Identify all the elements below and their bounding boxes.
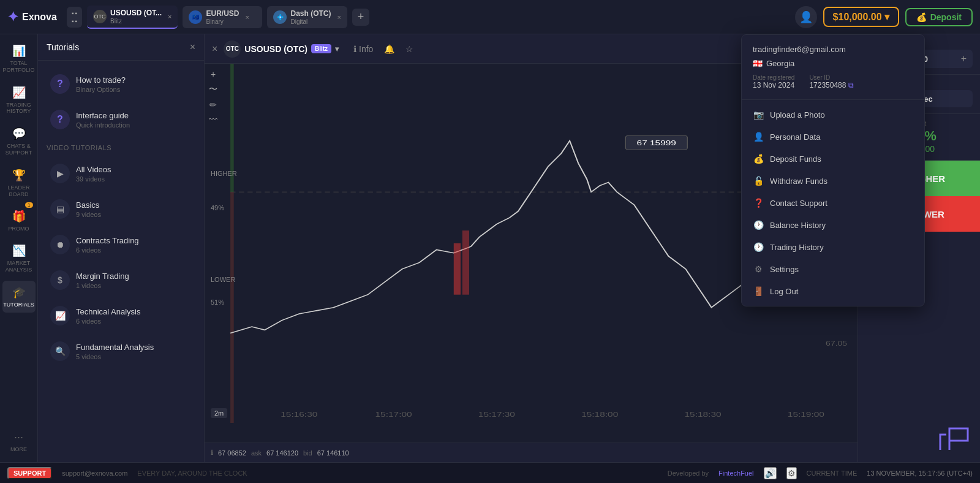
sidebar-label-market-analysis: MARKETANALYSIS	[6, 260, 32, 273]
tab-icon-usousd: OTC	[93, 10, 107, 23]
chart-wave-button[interactable]: 〰	[207, 113, 219, 126]
left-sidebar: 📊 TOTALPORTFOLIO 📈 TRADINGHISTORY 💬 CHAT…	[0, 34, 38, 462]
sidebar-item-market-analysis[interactable]: 📉 MARKETANALYSIS	[2, 239, 36, 278]
tab-dash[interactable]: 💠 Dash (OTC) Digital ×	[267, 6, 347, 28]
tab-eurusd[interactable]: 🇪🇺 EUR/USD Binary ×	[183, 6, 262, 28]
tutorial-item-fundamental-analysis[interactable]: 🔍 Fundamental Analysis 5 videos	[42, 334, 200, 368]
date-registered-label: Date registered	[753, 74, 794, 81]
trading-history-icon: 📈	[12, 86, 26, 99]
current-time-value: 13 NOVEMBER, 15:17:56 (UTC+4)	[867, 470, 973, 477]
bottom-settings-button[interactable]: ⚙	[786, 467, 797, 479]
menu-item-upload-photo[interactable]: 📷 Upload a Photo	[742, 104, 924, 126]
tut-info-interface-guide: Interface guide Quick introduction	[76, 111, 192, 129]
tutorial-item-technical-analysis[interactable]: 📈 Technical Analysis 6 videos	[42, 299, 200, 333]
avatar-button[interactable]: 👤	[795, 6, 817, 28]
menu-item-deposit-funds[interactable]: 💰 Deposit Funds	[742, 148, 924, 170]
sidebar-item-tutorials[interactable]: 🎓 TUTORIALS	[2, 281, 36, 313]
profile-country: 🇬🇪 Georgia	[753, 59, 913, 68]
fintech-label: FintechFuel	[718, 470, 753, 477]
chart-toolbar: ℹ Info 🔔 ☆	[350, 42, 417, 56]
personal-data-label: Personal Data	[770, 132, 820, 142]
date-registered-value: 13 Nov 2024	[753, 81, 794, 89]
tut-title-how-to-trade: How to trade?	[76, 75, 192, 85]
tutorial-item-how-to-trade[interactable]: ? How to trade? Binary Options	[42, 67, 200, 101]
tut-icon-all-videos: ▶	[50, 164, 70, 183]
user-id-label: User ID	[809, 74, 854, 81]
chart-symbol-icon: OTC	[224, 40, 241, 58]
sidebar-item-leaderboard[interactable]: 🏆 LEADERBOARD	[2, 164, 36, 203]
chart-pencil-button[interactable]: ✏	[208, 98, 219, 112]
chart-bell-button[interactable]: 🔔	[380, 42, 398, 56]
balance-history-icon: 🕐	[753, 220, 764, 230]
profile-user-id: User ID 172350488 ⧉	[809, 74, 854, 89]
tut-icon-interface-guide: ?	[50, 110, 70, 129]
menu-item-settings[interactable]: ⚙ Settings	[742, 258, 924, 280]
amount-plus[interactable]: +	[961, 53, 967, 64]
copy-userid-button[interactable]: ⧉	[848, 81, 854, 89]
tut-info-margin-trading: Margin Trading 1 videos	[76, 272, 192, 289]
brand-logo-icon	[937, 425, 974, 456]
tutorials-close-button[interactable]: ×	[190, 42, 195, 53]
chart-close-button[interactable]: ×	[212, 44, 217, 55]
menu-item-log-out[interactable]: 🚪 Log Out	[742, 280, 924, 302]
tutorial-item-contracts-trading[interactable]: ⏺ Contracts Trading 6 videos	[42, 227, 200, 262]
tut-title-contracts-trading: Contracts Trading	[76, 236, 192, 245]
upload-photo-icon: 📷	[753, 110, 764, 120]
tut-icon-margin-trading: $	[50, 270, 70, 290]
support-button[interactable]: SUPPORT	[7, 467, 52, 479]
tutorial-item-all-videos[interactable]: ▶ All Videos 39 videos	[42, 156, 200, 191]
menu-item-contact-support[interactable]: ❓ Contact Support	[742, 192, 924, 214]
menu-item-withdraw-funds[interactable]: 🔓 Withdraw Funds	[742, 170, 924, 192]
sidebar-item-more[interactable]: ··· MORE	[2, 426, 36, 457]
portfolio-icon: 📊	[12, 44, 26, 58]
deposit-button[interactable]: 💰 Deposit	[905, 8, 973, 26]
sidebar-label-chats: CHATS &SUPPORT	[6, 143, 32, 156]
sidebar-item-total-portfolio[interactable]: 📊 TOTALPORTFOLIO	[2, 39, 36, 78]
tutorial-item-margin-trading[interactable]: $ Margin Trading 1 videos	[42, 263, 200, 297]
country-name: Georgia	[766, 59, 794, 68]
chart-ask-label: ask	[251, 449, 262, 457]
menu-item-balance-history[interactable]: 🕐 Balance History	[742, 214, 924, 236]
app-logo: ✦ Exnova	[7, 9, 57, 25]
tab3-close[interactable]: ×	[337, 13, 341, 21]
menu-item-trading-history[interactable]: 🕐 Trading History	[742, 236, 924, 258]
chart-zoom-in-button[interactable]: +	[209, 67, 217, 81]
tut-icon-technical-analysis: 📈	[50, 306, 70, 325]
tut-sub-fundamental-analysis: 5 videos	[76, 353, 192, 360]
tutorial-item-interface-guide[interactable]: ? Interface guide Quick introduction	[42, 102, 200, 137]
chart-timeframe[interactable]: 2m	[211, 408, 227, 418]
sidebar-item-trading-history[interactable]: 📈 TRADINGHISTORY	[2, 81, 36, 120]
sidebar-label-promo: PROMO	[8, 226, 29, 232]
tut-info-how-to-trade: How to trade? Binary Options	[76, 75, 192, 93]
balance-button[interactable]: $10,000.00 ▾	[823, 7, 899, 27]
chart-bid-value: 67 146110	[317, 449, 349, 457]
sidebar-item-chats[interactable]: 💬 CHATS &SUPPORT	[2, 122, 36, 161]
svg-text:67 15999: 67 15999	[637, 139, 676, 147]
tab1-close[interactable]: ×	[168, 13, 172, 20]
svg-text:15:18:30: 15:18:30	[684, 410, 722, 418]
chart-symbol[interactable]: OTC USOUSD (OTC) Blitz ▾	[224, 40, 339, 58]
tut-info-basics: Basics 9 videos	[76, 200, 192, 218]
deposit-funds-icon: 💰	[753, 154, 764, 164]
view-toggle-button[interactable]: ▪▪▪▪	[67, 7, 82, 28]
add-tab-button[interactable]: +	[352, 9, 369, 26]
tut-info-fundamental-analysis: Fundamental Analysis 5 videos	[76, 343, 192, 360]
sidebar-item-promo-wrap: 🎁 PROMO 1	[2, 205, 36, 237]
sidebar-item-promo[interactable]: 🎁 PROMO 1	[2, 205, 36, 237]
chart-line-type-button[interactable]: 〜	[207, 82, 219, 97]
tut-title-interface-guide: Interface guide	[76, 111, 192, 120]
rp-bottom-logo	[858, 419, 980, 462]
chart-info-button[interactable]: ℹ Info	[350, 42, 377, 56]
log-out-icon: 🚪	[753, 286, 764, 296]
promo-badge: 1	[25, 202, 32, 208]
tut-sub-interface-guide: Quick introduction	[76, 121, 192, 129]
menu-item-personal-data[interactable]: 👤 Personal Data	[742, 126, 924, 148]
chart-star-button[interactable]: ☆	[402, 42, 417, 56]
tab-usousd[interactable]: OTC USOUSD (OT... Blitz ×	[87, 6, 178, 29]
profile-meta: Date registered 13 Nov 2024 User ID 1723…	[753, 74, 913, 89]
chart-info-icon: ℹ	[211, 449, 213, 457]
sound-button[interactable]: 🔊	[764, 467, 777, 479]
deposit-funds-label: Deposit Funds	[770, 154, 821, 164]
tab2-close[interactable]: ×	[245, 13, 249, 21]
tutorial-item-basics[interactable]: ▤ Basics 9 videos	[42, 192, 200, 226]
